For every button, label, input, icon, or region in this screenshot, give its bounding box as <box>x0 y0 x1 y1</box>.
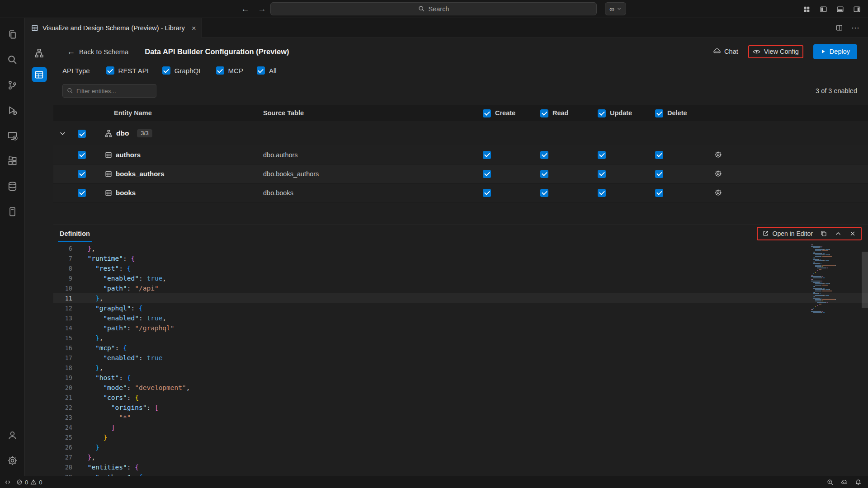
toggle-primary-sidebar-icon[interactable] <box>820 5 827 13</box>
side-strip-data-api-builder[interactable] <box>32 67 47 82</box>
entity-select-checkbox[interactable] <box>78 189 86 197</box>
back-to-schema-button[interactable]: ← Back to Schema <box>67 47 128 56</box>
remote-indicator[interactable] <box>5 479 11 485</box>
update-select-all-checkbox[interactable] <box>598 109 606 117</box>
more-actions-icon[interactable]: ⋯ <box>851 23 860 33</box>
read-select-all-checkbox[interactable] <box>540 109 548 117</box>
read-checkbox[interactable] <box>540 189 548 197</box>
code-text: "entities": { <box>80 462 139 472</box>
code-line: 7 "runtime": { <box>53 253 868 263</box>
filter-entities-box[interactable] <box>62 84 156 98</box>
eye-icon <box>753 48 760 56</box>
update-checkbox[interactable] <box>598 189 606 197</box>
activity-item-database-projects[interactable] <box>0 199 25 224</box>
toggle-secondary-sidebar-icon[interactable] <box>853 5 861 13</box>
customize-layout-icon[interactable] <box>803 5 811 13</box>
api-option-checkbox[interactable] <box>162 66 170 75</box>
line-number: 29 <box>53 472 80 476</box>
line-number: 14 <box>53 323 80 333</box>
close-panel-button[interactable] <box>849 230 856 237</box>
nav-back-button[interactable]: ← <box>241 4 250 14</box>
tab-visualize-design-schema[interactable]: Visualize and Design Schema (Preview) - … <box>25 18 202 38</box>
create-checkbox[interactable] <box>483 170 491 178</box>
chevron-down-icon <box>617 6 622 11</box>
delete-checkbox[interactable] <box>655 170 663 178</box>
split-editor-icon[interactable] <box>835 24 843 32</box>
definition-tab[interactable]: Definition <box>58 225 92 242</box>
view-config-button[interactable]: View Config <box>753 48 799 56</box>
entities-table: Entity Name Source Table Create Read Upd… <box>53 105 868 202</box>
line-number: 20 <box>53 383 80 393</box>
code-text: }, <box>80 293 103 303</box>
delete-select-all-checkbox[interactable] <box>655 109 663 117</box>
update-checkbox[interactable] <box>598 151 606 159</box>
open-in-editor-button[interactable]: Open in Editor <box>762 230 813 237</box>
activity-item-extensions[interactable] <box>0 148 25 174</box>
activity-item-source-control[interactable] <box>0 72 25 98</box>
definition-code-editor[interactable]: 6 },7 "runtime": {8 "rest": {9 "enabled"… <box>53 242 868 476</box>
problems-indicator[interactable]: 0 0 <box>16 479 42 486</box>
read-checkbox[interactable] <box>540 170 548 178</box>
create-select-all-checkbox[interactable] <box>483 109 491 117</box>
chevron-down-icon[interactable] <box>59 130 66 137</box>
group-select-checkbox[interactable] <box>78 130 86 138</box>
titlebar-layout-controls <box>803 0 861 18</box>
code-text: } <box>80 442 99 452</box>
collapse-panel-button[interactable] <box>835 230 842 237</box>
command-center-search[interactable]: Search <box>270 2 597 15</box>
code-text: ] <box>80 422 115 432</box>
api-option-mcp[interactable]: MCP <box>216 66 243 75</box>
copilot-status-icon[interactable] <box>841 479 848 486</box>
copy-button[interactable] <box>820 230 827 237</box>
activity-item-explorer[interactable] <box>0 22 25 47</box>
activity-item-database[interactable] <box>0 174 25 199</box>
update-checkbox[interactable] <box>598 170 606 178</box>
api-option-checkbox[interactable] <box>257 66 265 75</box>
activity-item-accounts[interactable] <box>0 422 25 448</box>
create-checkbox[interactable] <box>483 189 491 197</box>
activity-item-run-and-debug[interactable] <box>0 98 25 123</box>
line-number: 12 <box>53 303 80 313</box>
entity-select-checkbox[interactable] <box>78 151 86 159</box>
read-checkbox[interactable] <box>540 151 548 159</box>
activity-item-search[interactable] <box>0 47 25 72</box>
api-option-checkbox[interactable] <box>216 66 224 75</box>
remote-brackets-icon <box>5 479 11 485</box>
filter-entities-input[interactable] <box>76 88 149 94</box>
bell-icon[interactable] <box>855 479 862 486</box>
vertical-scrollbar[interactable] <box>862 252 868 308</box>
code-line: 25 } <box>53 432 868 442</box>
schema-designer-icon <box>34 48 44 58</box>
create-checkbox[interactable] <box>483 151 491 159</box>
entity-settings-button[interactable] <box>712 169 723 179</box>
delete-checkbox[interactable] <box>655 189 663 197</box>
open-in-editor-annotation-box: Open in Editor <box>757 227 862 240</box>
settings-icon <box>7 455 18 466</box>
entity-settings-button[interactable] <box>712 188 723 198</box>
delete-checkbox[interactable] <box>655 151 663 159</box>
api-option-checkbox[interactable] <box>106 66 114 75</box>
entity-settings-button[interactable] <box>712 150 723 160</box>
api-option-rest-api[interactable]: REST API <box>106 66 149 75</box>
table-icon <box>105 189 112 197</box>
close-icon <box>849 230 856 237</box>
toggle-panel-icon[interactable] <box>836 5 844 13</box>
tab-close-icon[interactable]: × <box>192 24 196 32</box>
api-option-all[interactable]: All <box>257 66 277 75</box>
entity-select-checkbox[interactable] <box>78 170 86 178</box>
side-strip-schema-designer[interactable] <box>32 45 47 61</box>
api-option-graphql[interactable]: GraphQL <box>162 66 203 75</box>
activity-item-settings[interactable] <box>0 448 25 473</box>
code-line: 28 "entities": { <box>53 462 868 472</box>
deploy-button[interactable]: Deploy <box>813 44 857 59</box>
nav-forward-button[interactable]: → <box>258 4 266 14</box>
code-line: 12 "graphql": { <box>53 303 868 313</box>
code-text: "graphql": { <box>80 303 143 313</box>
copilot-menu-button[interactable]: ∞ <box>605 2 626 15</box>
zoom-icon[interactable] <box>827 479 834 486</box>
minimap[interactable] <box>809 244 860 314</box>
chat-button[interactable]: Chat <box>713 47 738 56</box>
activity-item-remote-explorer[interactable] <box>0 123 25 148</box>
warning-icon <box>30 479 37 485</box>
code-text: "authors": { <box>80 472 143 476</box>
